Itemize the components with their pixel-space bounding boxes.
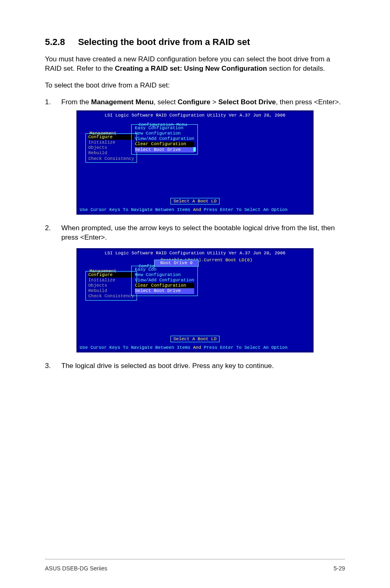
step-1-bold-b: Management Menu <box>91 98 154 106</box>
bios-title-bar: LSI Logic Software RAID Configuration Ut… <box>78 112 312 119</box>
mgmt-initialize-2: Initialize <box>88 278 134 283</box>
mgmt-objects: Objects <box>88 145 134 150</box>
section-heading: 5.2.8Selecting the boot drive from a RAI… <box>45 37 345 47</box>
step-1-span-e: > <box>211 98 218 106</box>
mgmt-configure-2: Configure <box>88 272 134 278</box>
footer-right: 5-29 <box>334 565 345 572</box>
footer-left: ASUS DSEB-DG Seriies <box>45 565 107 572</box>
status-b-2: And <box>191 345 204 350</box>
cfg-easy-2: Easy Con <box>135 267 194 272</box>
mgmt-rebuild: Rebuild <box>88 150 134 156</box>
step-1-bold-f: Select Boot Drive <box>218 98 276 106</box>
paragraph-1-bold: Creating a RAID set: Using New Configura… <box>115 65 267 72</box>
cfg-easy: Easy Configuration <box>135 126 194 131</box>
step-1-span-g: , then press <Enter>. <box>276 98 341 106</box>
mgmt-initialize: Initialize <box>88 140 134 145</box>
mgmt-rebuild-2: Rebuild <box>88 288 134 294</box>
step-1-bold-d: Configure <box>177 98 210 106</box>
cfg-select-boot-drive: Select Boot Drive <box>135 147 194 153</box>
step-3: 3. The logical drive is selected as boot… <box>45 361 345 371</box>
status-a: Use Cursor Keys To Navigate Between Item… <box>80 207 191 212</box>
status-c: Press Enter To Select An Option <box>204 207 288 212</box>
paragraph-1-b: section for details. <box>267 65 325 72</box>
status-b: And <box>191 207 204 212</box>
step-3-text: The logical drive is selected as boot dr… <box>61 361 345 371</box>
heading-number: 5.2.8 <box>45 37 65 47</box>
cfg-clear-2: Clear Configuration <box>135 283 194 288</box>
bios-screenshot-1: LSI Logic Software RAID Configuration Ut… <box>76 110 314 215</box>
paragraph-2: To select the boot drive from a RAID set… <box>45 81 345 90</box>
status-c-2: Press Enter To Select An Option <box>204 345 288 350</box>
cursor-icon <box>193 147 196 152</box>
step-1-span-a: From the <box>61 98 91 106</box>
bios-status-bar: Use Cursor Keys To Navigate Between Item… <box>78 207 312 213</box>
mgmt-check: Check Consistency <box>88 156 134 162</box>
management-menu: Configure Initialize Objects Rebuild Che… <box>85 133 137 163</box>
bios-screenshot-2: LSI Logic Software RAID Configuration Ut… <box>76 248 314 352</box>
heading-title: Selecting the boot drive from a RAID set <box>78 37 250 47</box>
step-2-text: When prompted, use the arrow keys to sel… <box>61 224 345 242</box>
select-boot-ld-hint: Select A Boot LD <box>170 198 220 204</box>
paragraph-1: You must have created a new RAID configu… <box>45 55 345 74</box>
page-footer: ASUS DSEB-DG Seriies 5-29 <box>45 559 345 588</box>
step-3-number: 3. <box>45 361 61 371</box>
status-a-2: Use Cursor Keys To Navigate Between Item… <box>80 345 191 350</box>
bios-title-bar-2: LSI Logic Software RAID Configuration Ut… <box>78 250 312 256</box>
cfg-new: New Configuration <box>135 131 194 136</box>
configuration-menu: Easy Configuration New Configuration Vie… <box>131 124 198 155</box>
select-boot-ld-hint-2: Select A Boot LD <box>170 336 220 342</box>
management-menu-2: Configure Initialize Objects Rebuild Che… <box>85 271 137 301</box>
step-1: 1. From the Management Menu, select Conf… <box>45 98 345 107</box>
mgmt-configure: Configure <box>88 135 134 140</box>
mgmt-objects-2: Objects <box>88 283 134 288</box>
step-1-span-c: , select <box>154 98 178 106</box>
bios-status-bar-2: Use Cursor Keys To Navigate Between Item… <box>78 345 312 351</box>
configuration-menu-2: Easy Con New Configuration View/Add Conf… <box>131 266 198 296</box>
cfg-view: View/Add Configuration <box>135 136 194 141</box>
mgmt-check-2: Check Consistency <box>88 294 134 299</box>
step-2: 2. When prompted, use the arrow keys to … <box>45 224 345 242</box>
cfg-clear: Clear Configuration <box>135 141 194 147</box>
bootable-lds-box: Boot Drive 0 <box>154 260 199 267</box>
cfg-new-2: New Configuration <box>135 272 194 278</box>
step-2-number: 2. <box>45 224 61 242</box>
cfg-view-2: View/Add Configuration <box>135 278 194 283</box>
step-1-text: From the Management Menu, select Configu… <box>61 98 345 107</box>
cfg-select-boot-drive-2: Select Boot Drive <box>135 288 194 294</box>
step-1-number: 1. <box>45 98 61 107</box>
